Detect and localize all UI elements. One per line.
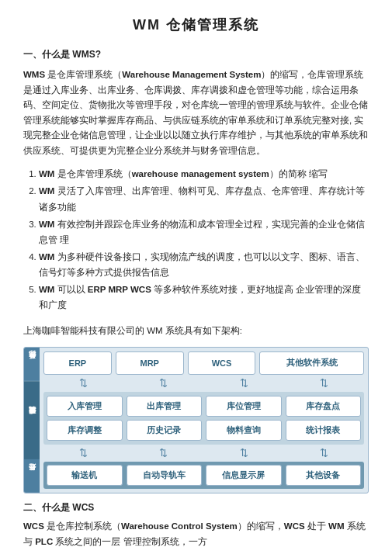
- box-location: 库位管理: [206, 396, 282, 417]
- box-mrp: MRP: [116, 351, 184, 375]
- list-item: WM 是仓库管理系统（warehouse management system）的…: [39, 166, 369, 182]
- arrows-bot: ⇅ ⇅ ⇅ ⇅: [43, 448, 364, 458]
- box-inventory-check: 库存盘点: [286, 396, 362, 417]
- diagram-bot-section: 输送机 自动导轨车 信息显示屏 其他设备: [43, 462, 364, 489]
- arrows-top: ⇅ ⇅ ⇅ ⇅: [43, 379, 364, 388]
- arrow-icon: ⇅: [79, 447, 88, 459]
- diagram-mid-section: 入库管理 出库管理 库位管理 库存盘点 库存调整 历史记录 物料查询 统计报表: [43, 392, 364, 445]
- diagram-mid-row2: 库存调整 历史记录 物料查询 统计报表: [47, 420, 361, 441]
- box-outbound: 出库管理: [127, 396, 203, 417]
- diagram-top-row: ERP MRP WCS 其他软件系统: [43, 351, 364, 375]
- arrow-icon: ⇅: [79, 377, 88, 389]
- section1-heading: 一、什么是 WMS?: [23, 48, 369, 61]
- label-external-system: 外部系统: [24, 348, 40, 381]
- box-conveyor: 输送机: [47, 465, 123, 486]
- box-agv: 自动导轨车: [127, 465, 203, 486]
- box-inbound: 入库管理: [47, 396, 123, 417]
- label-outer-layer: 外仓层: [24, 459, 40, 493]
- diagram-right-content: ERP MRP WCS 其他软件系统 ⇅ ⇅ ⇅ ⇅ 入库管理 出库管理 库位管…: [40, 348, 368, 493]
- company-text: 上海咖啡智能科技有限公司的 WM 系统具有如下架构:: [23, 324, 369, 339]
- box-history: 历史记录: [127, 420, 203, 441]
- arrow-icon: ⇅: [320, 377, 328, 389]
- box-other-device: 其他设备: [286, 465, 362, 486]
- box-inventory-adjust: 库存调整: [47, 420, 123, 441]
- wcs-intro-text: WCS 是仓库控制系统（Warehouse Control System）的缩写…: [23, 519, 369, 549]
- list-item: WM 灵活了入库管理、出库管理、物料可见、库存盘点、仓库管理、库存统计等诸多功能: [39, 183, 369, 214]
- box-erp: ERP: [43, 351, 112, 375]
- intro-paragraph: WMS 是仓库管理系统（Warehouse Management System）…: [23, 68, 369, 158]
- feature-list: WM 是仓库管理系统（warehouse management system）的…: [39, 166, 369, 313]
- box-display: 信息显示屏: [206, 465, 282, 486]
- arrow-icon: ⇅: [240, 447, 248, 459]
- arrow-icon: ⇅: [159, 377, 168, 389]
- list-item: WM 为多种硬件设备接口，实现物流产线的调度，也可以以文字、图标、语言、信号灯等…: [39, 249, 369, 280]
- box-wcs: WCS: [188, 351, 256, 375]
- label-wms-system: 仓储管理系统: [24, 381, 40, 459]
- list-item: WM 可以以 ERP MRP WCS 等多种软件系统对接，更好地提高 企业管理的…: [39, 282, 369, 313]
- page-title: WM 仓储管理系统: [23, 16, 369, 34]
- arrow-icon: ⇅: [320, 447, 328, 459]
- arrow-icon: ⇅: [240, 377, 248, 389]
- list-item: WM 有效控制并跟踪仓库业务的物流和成本管理全过程，实现完善的企业仓储信息管 理: [39, 216, 369, 248]
- diagram-left-bar: 外部系统 仓储管理系统 外仓层: [24, 348, 40, 493]
- system-diagram: 外部系统 仓储管理系统 外仓层 ERP MRP WCS 其他软件系统 ⇅ ⇅ ⇅…: [23, 347, 369, 493]
- box-material-query: 物料查询: [206, 420, 282, 441]
- section2-heading: 二、什么是 WCS: [23, 501, 369, 514]
- diagram-mid-row1: 入库管理 出库管理 库位管理 库存盘点: [47, 396, 361, 417]
- arrow-icon: ⇅: [159, 447, 168, 459]
- box-other-software: 其他软件系统: [259, 351, 364, 375]
- box-stats: 统计报表: [286, 420, 362, 441]
